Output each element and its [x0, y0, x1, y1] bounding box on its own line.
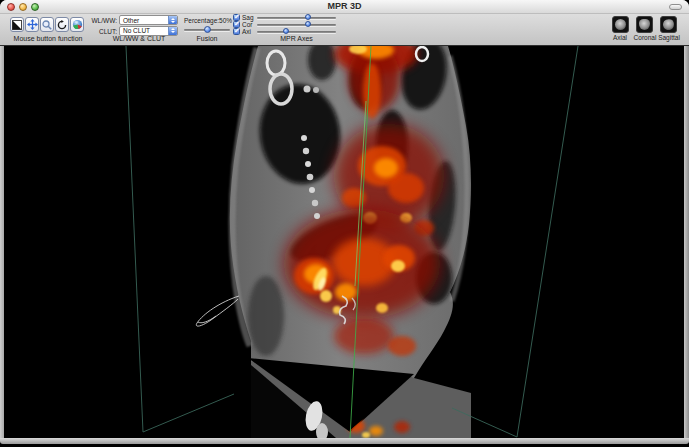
clut-select[interactable]: No CLUT	[119, 26, 178, 36]
axi-slider-thumb[interactable]	[283, 28, 289, 34]
sagittal-brain-icon	[662, 18, 675, 31]
wlww-clut-group-label: WL/WW & CLUT	[97, 35, 181, 42]
clut-select-value: No CLUT	[120, 27, 168, 34]
axi-slider[interactable]	[257, 31, 336, 33]
contrast-wlww-icon	[12, 20, 22, 30]
axial-brain-icon	[615, 19, 626, 30]
toolbar-toggle-pill[interactable]	[669, 4, 682, 10]
window-border-left	[0, 46, 4, 438]
fusion-group-label: Fusion	[182, 35, 232, 42]
window-border-right	[684, 46, 689, 438]
titlebar: MPR 3D	[0, 0, 689, 14]
rotate-button[interactable]	[55, 17, 69, 32]
mpr-axes-group-label: MPR Axes	[257, 35, 336, 42]
toolbar: Mouse button function WL/WW: Other CLUT:…	[0, 14, 689, 46]
fusion-percentage-value: 50%	[219, 17, 232, 24]
check-icon: ✓	[234, 27, 240, 34]
magnifier-zoom-button[interactable]	[40, 17, 54, 32]
check-icon: ✓	[234, 20, 240, 27]
window-header: MPR 3D	[0, 0, 689, 46]
screen: MPR 3D	[0, 0, 689, 447]
wlww-select[interactable]: Other	[119, 15, 178, 25]
mouse-group-label: Mouse button function	[6, 35, 90, 42]
check-icon: ✓	[234, 13, 240, 20]
sag-axis-label: Sag	[242, 14, 254, 21]
stepper-arrows-icon	[168, 27, 177, 35]
cor-slider-thumb[interactable]	[305, 21, 311, 27]
mpr-3d-window: MPR 3D	[0, 0, 689, 444]
rotate-3d-sphere-icon	[72, 19, 83, 30]
axial-button-label: Axial	[606, 34, 634, 41]
wlww-select-value: Other	[120, 17, 168, 24]
window-title: MPR 3D	[0, 1, 689, 11]
rotate-3d-button[interactable]	[70, 17, 84, 32]
sag-slider[interactable]	[257, 17, 336, 19]
sag-slider-thumb[interactable]	[305, 14, 311, 20]
pan-move-button[interactable]	[25, 17, 39, 32]
contrast-wlww-button[interactable]	[10, 17, 24, 32]
sagittal-view-button[interactable]	[660, 16, 677, 33]
sagittal-button-label: Sagittal	[655, 34, 683, 41]
fused-pet-ct-rendering	[4, 46, 684, 438]
axi-axis-label: Axi	[242, 28, 251, 35]
coronal-view-button[interactable]	[636, 16, 653, 33]
wlww-label: WL/WW:	[90, 17, 117, 24]
clut-label: CLUT:	[90, 28, 117, 35]
coronal-brain-icon	[639, 19, 650, 30]
axial-view-button[interactable]	[612, 16, 629, 33]
cor-axis-label: Cor	[242, 21, 252, 28]
magnifier-zoom-icon	[42, 20, 52, 30]
stepper-arrows-icon	[168, 16, 177, 24]
pan-move-icon	[27, 19, 38, 30]
window-border-bottom[interactable]	[0, 438, 689, 444]
mpr-3d-viewport[interactable]	[4, 46, 684, 438]
fusion-slider[interactable]	[184, 29, 230, 31]
cor-slider[interactable]	[257, 24, 336, 26]
fusion-percentage-label: Percentage:	[184, 17, 219, 24]
axi-checkbox[interactable]: ✓	[233, 28, 240, 35]
rotate-icon	[57, 20, 67, 30]
fusion-slider-thumb[interactable]	[204, 26, 211, 33]
